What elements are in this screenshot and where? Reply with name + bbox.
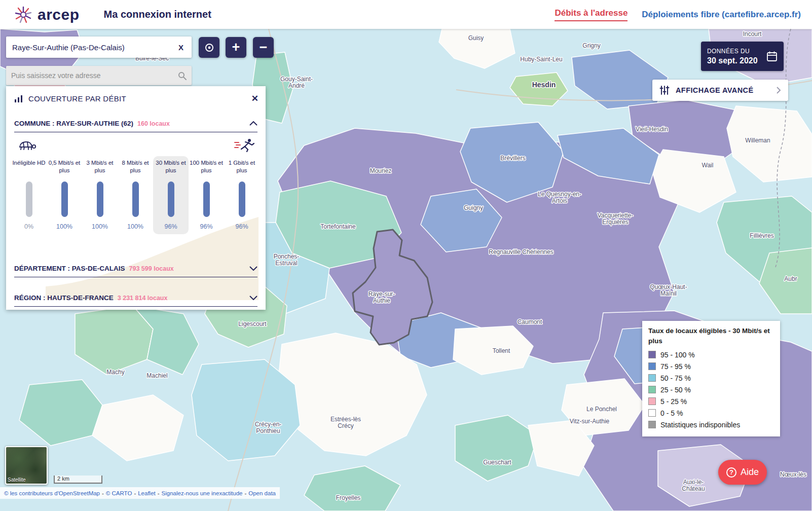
target-icon [204, 42, 215, 53]
attribution-separator: - [134, 490, 136, 496]
commune-polygon[interactable] [304, 466, 400, 511]
commune-label: Caumont [518, 318, 542, 325]
legend-label: Statistiques indisponibles [660, 421, 740, 429]
attribution-link[interactable]: Leaflet [138, 490, 156, 496]
runner-icon [234, 138, 255, 152]
legend-label: 50 - 75 % [660, 374, 691, 382]
commune-label: Incourt [743, 30, 762, 38]
speed-bar [26, 181, 32, 217]
arcep-logo[interactable]: arcep [13, 5, 80, 25]
section-departement[interactable]: DÉPARTEMENT : PAS-DE-CALAIS 793 599 loca… [14, 265, 257, 277]
commune-label: Tortefontaine [320, 223, 356, 230]
address-search-input[interactable] [11, 71, 178, 80]
sliders-icon [659, 85, 670, 95]
commune-polygon[interactable] [510, 72, 568, 106]
section-region-locaux: 3 231 814 locaux [118, 295, 245, 302]
section-commune-locaux: 160 locaux [137, 120, 245, 127]
clear-search-button[interactable]: X [176, 43, 186, 52]
speed-percent: 96% [225, 223, 259, 230]
close-icon[interactable]: ✕ [251, 93, 259, 104]
legend-swatch [648, 362, 656, 370]
calendar-icon [766, 51, 778, 62]
speed-bar [61, 181, 68, 217]
commune-label: Machiel [146, 372, 167, 379]
speed-column-label: 30 Mbit/s et plus [154, 159, 188, 176]
commune-polygon[interactable] [19, 380, 102, 446]
legend-label: 75 - 95 % [660, 362, 691, 371]
legend-label: 95 - 100 % [660, 351, 695, 359]
app-header: arcep Ma connexion internet Débits à l'a… [0, 0, 812, 29]
commune-search-input[interactable] [12, 43, 176, 52]
legend-swatch [648, 351, 656, 358]
speed-column-label: 100 Mbit/s et plus [190, 159, 223, 176]
speed-column-4[interactable]: 30 Mbit/s et plus96% [153, 156, 189, 234]
aide-button[interactable]: ? Aide [718, 460, 767, 485]
commune-polygon[interactable] [727, 106, 812, 182]
speed-columns: Inéligible HD0%0,5 Mbit/s et plus100%3 M… [11, 156, 261, 234]
geolocate-button[interactable] [199, 37, 219, 58]
date-box-label: DONNÉES DU [707, 48, 758, 55]
speed-percent: 0% [12, 223, 46, 230]
coverage-panel: COUVERTURE PAR DÉBIT ✕ COMMUNE : RAYE-SU… [6, 86, 266, 310]
commune-label: Vacqueriette-Erquières [598, 212, 633, 226]
page-title: Ma connexion internet [104, 9, 211, 20]
speed-percent: 96% [154, 223, 188, 230]
commune-label: Vieil-Hesdin [636, 126, 668, 133]
nav-link-cartefibre[interactable]: Déploiements fibre (cartefibre.arcep.fr) [642, 10, 801, 20]
commune-label: Tollent [493, 347, 510, 354]
zoom-out-button[interactable]: − [253, 37, 274, 58]
bar-chart-icon [14, 95, 23, 103]
speed-bar [132, 181, 139, 217]
legend-label: 5 - 25 % [660, 397, 687, 406]
arcep-ma-connexion-app: Buire-le-SecGuisyIncourtGrignyHuby-Saint… [0, 0, 812, 511]
speed-bar [168, 181, 174, 217]
commune-label: Willeman [745, 137, 770, 144]
commune-label: Le Ponchel [586, 406, 617, 413]
commune-search: X [6, 36, 192, 58]
chevron-down-icon [249, 266, 257, 271]
speed-bar [203, 181, 210, 217]
attribution-separator: - [158, 490, 160, 496]
nav-tab-debits-adresse[interactable]: Débits à l'adresse [555, 8, 628, 21]
section-region[interactable]: RÉGION : HAUTS-DE-FRANCE 3 231 814 locau… [14, 294, 257, 307]
chevron-up-icon [249, 121, 257, 126]
data-date-selector[interactable]: DONNÉES DU 30 sept. 2020 [701, 42, 784, 71]
commune-label: Auxi-le-Château [682, 479, 705, 492]
speed-column-2[interactable]: 3 Mbit/s et plus100% [82, 156, 118, 234]
section-departement-label: DÉPARTEMENT : PAS-DE-CALAIS [14, 265, 125, 272]
search-icon [178, 71, 187, 80]
speed-column-1[interactable]: 0,5 Mbit/s et plus100% [47, 156, 82, 234]
commune-polygon[interactable] [455, 415, 538, 481]
commune-label: Crécy-en-Ponthieu [255, 421, 282, 434]
commune-polygon[interactable] [92, 395, 183, 461]
speed-column-6[interactable]: 1 Gbit/s et plus96% [224, 156, 260, 234]
legend-item: 75 - 95 % [648, 360, 774, 372]
satellite-layer-toggle[interactable]: Satellite [5, 446, 48, 485]
speed-column-5[interactable]: 100 Mbit/s et plus96% [189, 156, 224, 234]
speed-percent: 96% [190, 223, 223, 230]
commune-label: Vitz-sur-Authie [570, 418, 610, 425]
speed-column-label: 8 Mbit/s et plus [119, 159, 152, 176]
attribution-separator: - [244, 490, 246, 496]
address-search [6, 66, 192, 85]
arcep-logo-icon [13, 5, 33, 25]
speed-column-0[interactable]: Inéligible HD0% [11, 156, 47, 234]
speed-percent: 100% [83, 223, 117, 230]
legend-label: 0 - 5 % [660, 409, 683, 417]
attribution-link[interactable]: © les contributeurs d'OpenStreetMap [4, 490, 100, 496]
section-departement-locaux: 793 599 locaux [129, 265, 246, 272]
date-box-value: 30 sept. 2020 [707, 56, 758, 65]
attribution-link[interactable]: Signalez-nous une inexactitude [162, 490, 243, 496]
commune-label: Guigny [464, 204, 483, 211]
speed-column-label: 0,5 Mbit/s et plus [48, 159, 81, 176]
commune-label: Huby-Saint-Leu [520, 56, 562, 63]
attribution-link[interactable]: Open data [248, 490, 276, 496]
zoom-in-button[interactable]: + [226, 37, 246, 58]
legend-label: 25 - 50 % [660, 386, 691, 394]
attribution-link[interactable]: © CARTO [106, 490, 132, 496]
commune-label: Wail [702, 162, 714, 169]
commune-label: Hesdin [532, 81, 556, 89]
speed-column-3[interactable]: 8 Mbit/s et plus100% [118, 156, 153, 234]
section-commune[interactable]: COMMUNE : RAYE-SUR-AUTHIE (62) 160 locau… [14, 120, 257, 132]
advanced-display-button[interactable]: AFFICHAGE AVANCÉ [652, 80, 788, 101]
